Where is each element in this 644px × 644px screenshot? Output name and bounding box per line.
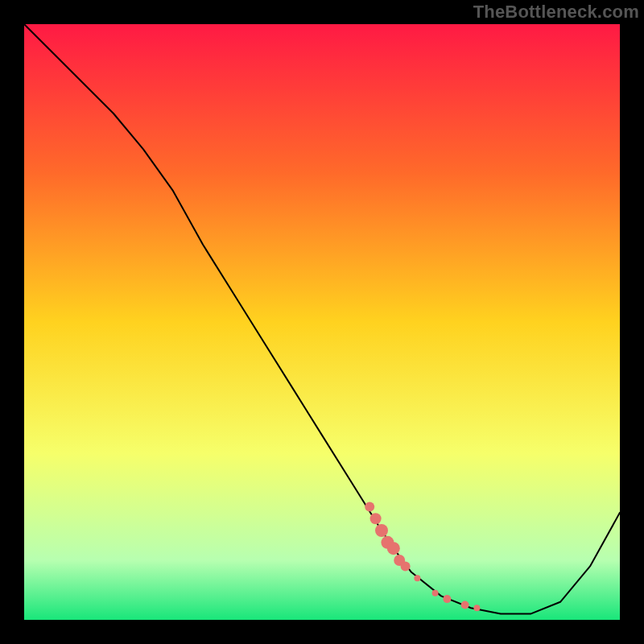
plot-svg (24, 24, 620, 620)
marker-point (375, 524, 388, 537)
marker-point (432, 590, 439, 597)
watermark-label: TheBottleneck.com (473, 2, 639, 23)
marker-point (461, 601, 469, 609)
plot-area (24, 24, 620, 620)
marker-point (473, 605, 480, 611)
marker-point (414, 575, 420, 581)
marker-point (365, 502, 374, 511)
marker-point (401, 561, 411, 571)
marker-point (443, 595, 451, 603)
chart-frame: TheBottleneck.com (0, 0, 644, 644)
marker-point (387, 542, 400, 555)
marker-point (370, 513, 382, 524)
